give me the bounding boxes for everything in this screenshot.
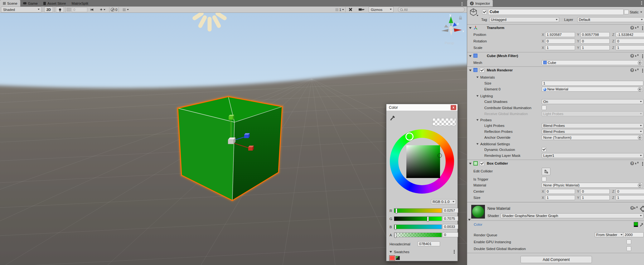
- render-queue-value-field[interactable]: 2000: [623, 232, 644, 237]
- box-collider-foldout[interactable]: [469, 163, 472, 165]
- tab-game[interactable]: Game: [20, 0, 41, 7]
- anchor-override-object-field[interactable]: None (Transform): [542, 135, 643, 140]
- saturation-value-box[interactable]: [406, 145, 440, 178]
- element0-object-picker-icon[interactable]: [638, 87, 642, 91]
- gizmos-dropdown[interactable]: Gizmos: [369, 7, 394, 12]
- color-eyedropper-icon[interactable]: [639, 222, 644, 227]
- mesh-renderer-help-icon[interactable]: ?: [630, 68, 634, 72]
- slider-r-track[interactable]: [394, 208, 442, 213]
- material-color-label[interactable]: Color: [474, 222, 482, 227]
- scene-camera-dropdown[interactable]: [356, 7, 367, 12]
- eyedropper-icon[interactable]: [390, 114, 396, 120]
- tab-asset-store[interactable]: Asset Store: [41, 0, 69, 7]
- box-collider-enabled-checkbox[interactable]: [480, 161, 484, 166]
- position-y-field[interactable]: 0.9057798: [580, 32, 610, 37]
- lighting-toggle-button[interactable]: [56, 7, 64, 12]
- rotation-y-field[interactable]: 0: [580, 39, 610, 44]
- edit-collider-button[interactable]: [542, 168, 550, 175]
- slider-b-track[interactable]: [394, 224, 442, 229]
- slider-g-track[interactable]: [394, 216, 442, 221]
- collider-size-x-field[interactable]: 1: [545, 195, 575, 200]
- mesh-filter-title[interactable]: Cube (Mesh Filter): [487, 54, 518, 58]
- static-caret[interactable]: [640, 12, 642, 13]
- transform-foldout[interactable]: [469, 27, 472, 29]
- gpu-instancing-checkbox[interactable]: [627, 239, 631, 244]
- hexadecimal-field[interactable]: 07B401: [418, 241, 440, 246]
- anchor-override-picker-icon[interactable]: [638, 136, 642, 140]
- box-collider-help-icon[interactable]: ?: [630, 161, 634, 165]
- physic-material-picker-icon[interactable]: [638, 183, 642, 187]
- lighting-foldout[interactable]: [477, 95, 479, 97]
- position-z-field[interactable]: -1.533842: [616, 32, 644, 37]
- scale-y-field[interactable]: 1: [580, 45, 610, 50]
- inspector-kebab-icon[interactable]: [641, 2, 642, 3]
- mesh-object-picker-icon[interactable]: [638, 61, 642, 65]
- orientation-gizmo[interactable]: y z x Persp: [441, 13, 464, 45]
- collider-size-z-field[interactable]: 1: [616, 195, 644, 200]
- shader-dropdown[interactable]: Shader Graphs/New Shader Graph: [501, 213, 643, 218]
- slider-b-handle[interactable]: [395, 224, 396, 230]
- materials-size-field[interactable]: 1: [542, 81, 643, 86]
- scene-strip-kebab-icon[interactable]: [462, 1, 462, 5]
- rotation-x-field[interactable]: 0: [545, 39, 575, 44]
- mesh-filter-kebab-icon[interactable]: [642, 56, 643, 57]
- mesh-filter-foldout[interactable]: [469, 55, 472, 57]
- scale-x-field[interactable]: 1: [545, 45, 575, 50]
- color-dialog-titlebar[interactable]: Color x: [386, 104, 458, 111]
- slider-g-value[interactable]: 0.7075: [443, 216, 458, 221]
- scale-z-field[interactable]: 1: [616, 45, 644, 50]
- grid-snap-group[interactable]: 1: [335, 7, 344, 12]
- transform-help-icon[interactable]: ?: [630, 26, 634, 30]
- tab-scene[interactable]: Scene: [0, 0, 20, 7]
- rendering-layer-mask-dropdown[interactable]: Layer1: [542, 153, 643, 158]
- double-sided-gi-checkbox[interactable]: [627, 246, 631, 251]
- slider-a-handle[interactable]: [395, 233, 396, 238]
- gameobject-active-checkbox[interactable]: [482, 10, 487, 14]
- gameobject-name-field[interactable]: Cube: [488, 9, 624, 15]
- mesh-filter-help-icon[interactable]: ?: [630, 54, 634, 58]
- 2d-toggle-button[interactable]: 2D: [44, 7, 53, 12]
- slider-g-handle[interactable]: [427, 216, 429, 222]
- position-x-field[interactable]: 1.920587: [545, 32, 575, 37]
- tab-inspector[interactable]: i Inspector: [467, 0, 493, 7]
- dynamic-occlusion-checkbox[interactable]: [542, 147, 546, 152]
- mesh-renderer-title[interactable]: Mesh Renderer: [487, 68, 513, 72]
- hue-selector-ring[interactable]: [405, 132, 414, 141]
- material-preview-thumbnail[interactable]: [471, 205, 485, 219]
- tag-dropdown[interactable]: Untagged: [489, 17, 559, 22]
- layer-dropdown[interactable]: Default: [577, 17, 644, 22]
- center-x-field[interactable]: 0: [545, 189, 575, 194]
- swatches-foldout[interactable]: [390, 251, 392, 253]
- is-trigger-checkbox[interactable]: [542, 177, 546, 181]
- static-checkbox[interactable]: [624, 10, 629, 14]
- hidden-objects-group[interactable]: 0: [111, 7, 117, 12]
- swatch-red[interactable]: [390, 256, 395, 260]
- material-gear-icon[interactable]: [641, 206, 644, 211]
- probes-foldout[interactable]: [477, 119, 479, 121]
- grid-visibility-dropdown[interactable]: [120, 7, 131, 12]
- slider-a-track[interactable]: [394, 233, 442, 237]
- scene-tools-button[interactable]: [347, 7, 354, 12]
- mesh-renderer-foldout[interactable]: [469, 70, 472, 71]
- swatch-material-green[interactable]: [396, 256, 400, 260]
- slider-b-value[interactable]: 0.0033: [443, 224, 458, 229]
- slider-r-value[interactable]: 0.0257: [443, 208, 458, 213]
- sv-selector-circle[interactable]: [438, 153, 442, 158]
- materials-foldout[interactable]: [477, 76, 479, 78]
- transform-kebab-icon[interactable]: [642, 28, 643, 29]
- color-dialog-close-button[interactable]: x: [451, 105, 456, 110]
- slider-a-value[interactable]: 0: [443, 232, 458, 237]
- reflection-probes-dropdown[interactable]: Blend Probes: [542, 129, 643, 134]
- material-help-icon[interactable]: ?: [630, 206, 634, 210]
- effects-dropdown-button[interactable]: [97, 7, 108, 12]
- collider-size-y-field[interactable]: 1: [580, 195, 610, 200]
- shading-mode-dropdown[interactable]: Shaded: [1, 7, 41, 12]
- contribute-gi-checkbox[interactable]: [542, 105, 546, 110]
- mesh-renderer-enabled-checkbox[interactable]: [480, 68, 484, 73]
- mesh-renderer-kebab-icon[interactable]: [642, 70, 643, 71]
- box-collider-title[interactable]: Box Collider: [487, 161, 508, 165]
- gameobject-icon-caret[interactable]: [477, 15, 478, 16]
- additional-settings-foldout[interactable]: [477, 143, 479, 145]
- audio-toggle-button[interactable]: [89, 7, 96, 12]
- light-probes-dropdown[interactable]: Blend Probes: [542, 123, 643, 128]
